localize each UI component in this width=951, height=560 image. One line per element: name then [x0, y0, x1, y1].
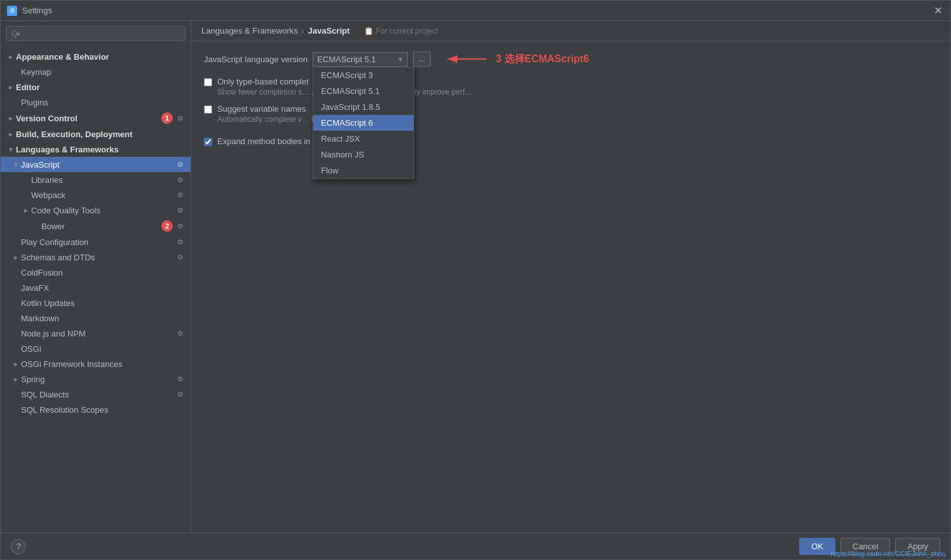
breadcrumb-project: 📋 For current project [364, 27, 438, 36]
search-input[interactable] [6, 26, 185, 41]
ellipsis-button[interactable]: ... [413, 51, 431, 67]
annotation-badge-2: 2 [161, 220, 173, 232]
sidebar-item-label: Markdown [21, 314, 185, 323]
sidebar-item-osgi[interactable]: OSGi [1, 341, 191, 356]
sidebar-item-label: SQL Resolution Scopes [21, 405, 185, 415]
sidebar-item-label: SQL Dialects [21, 390, 173, 399]
dropdown-option-ecma3[interactable]: ECMAScript 3 [313, 67, 414, 83]
sidebar-item-label: Plugins [21, 98, 185, 107]
bottom-bar: ? OK Cancel Apply [1, 533, 950, 559]
sidebar-item-label: Keymap [21, 67, 185, 77]
sidebar-item-kotlin[interactable]: Kotlin Updates [1, 295, 191, 310]
breadcrumb-separator: › [302, 27, 304, 36]
sidebar-item-languages[interactable]: Languages & Frameworks [1, 142, 191, 157]
expand-arrow [11, 252, 21, 262]
settings-icon: ⚙ [175, 159, 185, 170]
dropdown-option-nashorn[interactable]: Nashorn JS [313, 147, 414, 163]
sidebar-tree: Appearance & Behavior Keymap Editor Plug… [1, 46, 191, 533]
settings-icon: ⚙ [175, 374, 185, 384]
sidebar-item-spring[interactable]: Spring ⚙ [1, 371, 191, 387]
settings-icon: ⚙ [175, 328, 185, 338]
sidebar-item-label: OSGi Framework Instances [21, 359, 185, 369]
breadcrumb-current: JavaScript [308, 26, 350, 36]
sidebar-item-javafx[interactable]: JavaFX [1, 280, 191, 295]
dropdown-option-js185[interactable]: JavaScript 1.8.5 [313, 99, 414, 115]
sidebar-item-label: Version Control [16, 114, 159, 123]
dropdown-option-ecma51[interactable]: ECMAScript 5.1 [313, 83, 414, 99]
sidebar-item-label: Play Configuration [21, 237, 173, 247]
expand-arrow [6, 51, 16, 62]
sidebar-item-build[interactable]: Build, Execution, Deployment [1, 126, 191, 142]
sidebar-item-editor[interactable]: Editor [1, 79, 191, 95]
sidebar-item-version-control[interactable]: Version Control 1 ⚙ [1, 110, 191, 126]
sidebar-item-coldfusion[interactable]: ColdFusion [1, 265, 191, 280]
sidebar-item-nodejs[interactable]: Node.js and NPM ⚙ [1, 326, 191, 341]
settings-icon: ⚙ [175, 252, 185, 262]
sidebar-item-sql-dialects[interactable]: SQL Dialects ⚙ [1, 387, 191, 402]
expand-arrow [6, 129, 16, 139]
sidebar-item-schemas[interactable]: Schemas and DTDs ⚙ [1, 250, 191, 265]
language-version-row: JavaScript language version ECMAScript 5… [204, 51, 938, 67]
sidebar-item-label: Spring [21, 375, 173, 384]
selected-version: ECMAScript 5.1 [317, 55, 393, 64]
sidebar-item-label: Kotlin Updates [21, 298, 185, 308]
checkbox-2[interactable] [204, 105, 212, 114]
dropdown-option-react[interactable]: React JSX [313, 131, 414, 147]
settings-panel: JavaScript language version ECMAScript 5… [191, 41, 950, 533]
red-arrow-svg [442, 51, 493, 67]
close-button[interactable]: ✕ [931, 4, 944, 17]
sidebar-item-play-config[interactable]: Play Configuration ⚙ [1, 234, 191, 250]
sidebar-item-code-quality[interactable]: Code Quality Tools ⚙ [1, 203, 191, 218]
annotation-badge-1: 1 [161, 112, 173, 124]
dropdown-option-flow[interactable]: Flow [313, 163, 414, 178]
search-box [1, 21, 191, 46]
sidebar-item-appearance[interactable]: Appearance & Behavior [1, 49, 191, 64]
breadcrumb-part-1: Languages & Frameworks [201, 26, 298, 36]
sidebar-item-label: OSGi [21, 344, 185, 354]
sidebar-item-label: Node.js and NPM [21, 329, 173, 338]
sidebar-item-label: Code Quality Tools [31, 206, 173, 215]
sidebar-item-label: Editor [16, 83, 185, 92]
sidebar-item-label: JavaFX [21, 283, 185, 293]
sidebar-item-keymap[interactable]: Keymap [1, 64, 191, 79]
sidebar-item-osgi-framework[interactable]: OSGi Framework Instances [1, 356, 191, 371]
sidebar-item-label: Languages & Frameworks [16, 145, 185, 154]
checkbox-3[interactable] [204, 138, 212, 146]
settings-icon: ⚙ [175, 175, 185, 185]
sidebar-item-markdown[interactable]: Markdown [1, 310, 191, 326]
sidebar-item-bower[interactable]: Bower 2 ⚙ [1, 218, 191, 234]
settings-icon: ⚙ [175, 237, 185, 247]
settings-window: ⚙ Settings ✕ Appearance & Behavior Keyma… [0, 0, 951, 560]
sidebar-item-plugins[interactable]: Plugins [1, 95, 191, 110]
dropdown-option-ecma6[interactable]: ECMAScript 6 [313, 115, 414, 131]
sidebar-item-label: JavaScript [21, 160, 173, 170]
app-icon: ⚙ [7, 6, 17, 16]
expand-arrow [6, 82, 16, 92]
sidebar-item-sql-resolution[interactable]: SQL Resolution Scopes [1, 402, 191, 417]
expand-arrow [11, 374, 21, 384]
sidebar-item-webpack[interactable]: Webpack ⚙ [1, 187, 191, 203]
expand-arrow [6, 113, 16, 123]
version-dropdown-popup: ECMAScript 3 ECMAScript 5.1 JavaScript 1… [313, 67, 414, 179]
project-icon: 📋 [364, 27, 374, 36]
help-button[interactable]: ? [11, 539, 26, 554]
sidebar: Appearance & Behavior Keymap Editor Plug… [1, 21, 191, 533]
main-content: Languages & Frameworks › JavaScript 📋 Fo… [191, 21, 950, 533]
annotation-arrow-3: 3 选择ECMAScript6 [442, 51, 589, 67]
version-dropdown-trigger[interactable]: ECMAScript 5.1 ▼ [313, 52, 408, 67]
settings-icon: ⚙ [175, 389, 185, 399]
checkbox-1[interactable] [204, 78, 212, 86]
sidebar-item-label: Webpack [31, 190, 173, 200]
sidebar-item-label: Bower [41, 222, 159, 231]
settings-icon: ⚙ [175, 113, 185, 123]
dropdown-arrow-icon: ▼ [397, 56, 403, 63]
sidebar-item-label: Appearance & Behavior [16, 52, 185, 62]
sidebar-item-libraries[interactable]: Libraries ⚙ [1, 172, 191, 187]
sidebar-item-label: Build, Execution, Deployment [16, 130, 185, 139]
watermark: https://blog.csdn.net/CCIEJohn_zhou [830, 550, 946, 557]
settings-icon: ⚙ [175, 190, 185, 200]
expand-arrow [11, 159, 21, 170]
main-layout: Appearance & Behavior Keymap Editor Plug… [1, 21, 950, 533]
project-label: For current project [376, 27, 438, 36]
sidebar-item-javascript[interactable]: JavaScript ⚙ [1, 157, 191, 172]
